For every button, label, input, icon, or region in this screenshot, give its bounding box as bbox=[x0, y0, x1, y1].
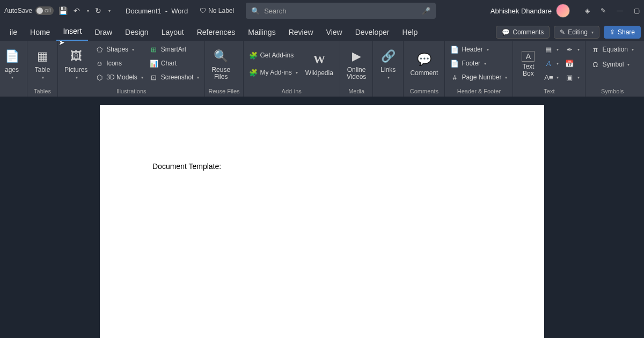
mic-icon[interactable]: 🎤 bbox=[422, 7, 430, 15]
symbol-button[interactable]: ΩSymbol▾ bbox=[589, 58, 635, 71]
chevron-down-icon: ▾ bbox=[76, 75, 78, 80]
comments-button[interactable]: 💬 Comments bbox=[496, 26, 550, 39]
pen-sparkle-icon[interactable]: ✎ bbox=[601, 7, 606, 14]
smartart-button[interactable]: ⊞SmartArt bbox=[148, 43, 202, 56]
shapes-button[interactable]: ⬠Shapes▾ bbox=[93, 43, 145, 56]
text-box-button[interactable]: A Text Box bbox=[516, 43, 540, 85]
avatar[interactable] bbox=[556, 4, 570, 18]
tab-home[interactable]: Home bbox=[24, 24, 56, 41]
wikipedia-label: Wikipedia bbox=[305, 70, 333, 77]
undo-icon[interactable]: ↶ bbox=[72, 6, 82, 16]
tab-layout[interactable]: Layout bbox=[155, 24, 191, 41]
symbols-group-label: Symbols bbox=[589, 87, 635, 95]
chart-label: Chart bbox=[161, 60, 177, 67]
link-icon: 🔗 bbox=[379, 48, 397, 65]
reuse-files-button[interactable]: 🔍 Reuse Files bbox=[208, 43, 233, 85]
screenshot-button[interactable]: ⊡Screenshot▾ bbox=[148, 71, 202, 84]
minimize-icon[interactable]: — bbox=[617, 7, 623, 14]
document-title[interactable]: Document1 - Word bbox=[126, 7, 188, 15]
share-icon: ⇪ bbox=[610, 28, 615, 36]
screenshot-icon: ⊡ bbox=[150, 73, 158, 82]
document-text[interactable]: Document Template: bbox=[152, 162, 221, 171]
page-icon: 📄 bbox=[3, 48, 20, 65]
ribbon: 📄 ages ▾ ▦ Table ▾ Tables 🖼 Pictures ▾ ⬠ bbox=[0, 41, 644, 97]
table-button[interactable]: ▦ Table ▾ bbox=[31, 43, 54, 85]
search-placeholder: Search bbox=[264, 7, 286, 15]
date-icon: 📅 bbox=[565, 59, 574, 68]
pictures-icon: 🖼 bbox=[68, 48, 85, 65]
pictures-button[interactable]: 🖼 Pictures ▾ bbox=[61, 43, 91, 85]
video-icon: ▶ bbox=[348, 48, 365, 65]
icons-button[interactable]: ☺Icons bbox=[93, 57, 145, 70]
maximize-icon[interactable]: ▢ bbox=[634, 7, 640, 14]
get-addins-button[interactable]: 🧩Get Add-ins bbox=[247, 49, 300, 62]
page-number-button[interactable]: #Page Number▾ bbox=[448, 71, 509, 84]
tab-review[interactable]: Review bbox=[282, 24, 320, 41]
online-videos-button[interactable]: ▶ Online Videos bbox=[343, 43, 369, 85]
wikipedia-icon: W bbox=[311, 51, 328, 68]
autosave-toggle[interactable]: Off bbox=[35, 6, 54, 15]
quick-parts-button[interactable]: ▤▾ bbox=[542, 43, 561, 56]
user-account[interactable]: Abhishek Dhandare bbox=[491, 4, 570, 18]
tab-insert[interactable]: Insert bbox=[56, 23, 88, 41]
smartart-label: SmartArt bbox=[161, 46, 186, 53]
textbox-label: Text Box bbox=[522, 63, 534, 77]
get-addins-label: Get Add-ins bbox=[260, 52, 294, 59]
search-input[interactable]: 🔍 Search 🎤 bbox=[246, 3, 436, 19]
redo-icon[interactable]: ↻ bbox=[93, 6, 103, 16]
header-button[interactable]: 📄Header▾ bbox=[448, 43, 509, 56]
3dmodels-button[interactable]: ⬡3D Models▾ bbox=[93, 71, 145, 84]
reuse-label: Reuse Files bbox=[211, 67, 230, 80]
comments-group-label: Comments bbox=[407, 87, 441, 95]
signature-button[interactable]: ✒▾ bbox=[563, 43, 582, 56]
no-label-text: No Label bbox=[208, 7, 234, 14]
page[interactable]: Document Template: bbox=[100, 105, 544, 338]
undo-caret[interactable]: ▾ bbox=[87, 9, 89, 13]
wikipedia-button[interactable]: W Wikipedia bbox=[302, 43, 336, 85]
autosave-control[interactable]: AutoSave Off bbox=[4, 6, 54, 15]
pages-button[interactable]: 📄 ages ▾ bbox=[0, 43, 24, 85]
save-icon[interactable]: 💾 bbox=[58, 6, 68, 16]
editing-button[interactable]: ✎ Editing ▾ bbox=[554, 26, 599, 39]
my-addins-label: My Add-ins bbox=[260, 69, 292, 76]
models-label: 3D Models bbox=[106, 74, 137, 81]
links-button[interactable]: 🔗 Links ▾ bbox=[376, 43, 400, 85]
sensitivity-label[interactable]: 🛡 No Label bbox=[200, 7, 234, 14]
tab-design[interactable]: Design bbox=[119, 24, 155, 41]
pagenum-label: Page Number bbox=[462, 74, 501, 81]
drop-cap-button[interactable]: A≡▾ bbox=[542, 71, 561, 84]
qat-more[interactable]: ▾ bbox=[108, 9, 111, 13]
tab-view[interactable]: View bbox=[320, 24, 349, 41]
share-button[interactable]: ⇪ Share bbox=[604, 26, 641, 39]
wordart-button[interactable]: A▾ bbox=[542, 57, 561, 70]
tab-file[interactable]: ile bbox=[3, 24, 24, 41]
diamond-icon[interactable]: ◈ bbox=[585, 7, 590, 14]
group-reuse: 🔍 Reuse Files Reuse Files bbox=[205, 41, 243, 97]
tab-help[interactable]: Help bbox=[396, 24, 424, 41]
comment-button[interactable]: 💬 Comment bbox=[407, 43, 441, 85]
text-group-label: Text bbox=[516, 87, 582, 95]
equation-button[interactable]: πEquation▾ bbox=[589, 43, 635, 56]
date-time-button[interactable]: 📅 bbox=[563, 57, 582, 70]
tab-developer[interactable]: Developer bbox=[349, 24, 396, 41]
tab-references[interactable]: References bbox=[191, 24, 242, 41]
footer-button[interactable]: 📄Footer▾ bbox=[448, 57, 509, 70]
title-sep: - bbox=[163, 7, 171, 15]
chart-button[interactable]: 📊Chart bbox=[148, 57, 202, 70]
cube-icon: ⬡ bbox=[95, 73, 104, 82]
tab-mailings[interactable]: Mailings bbox=[241, 24, 282, 41]
document-area[interactable]: Document Template: bbox=[0, 97, 644, 338]
object-button[interactable]: ▣▾ bbox=[563, 71, 582, 84]
my-addins-button[interactable]: 🧩My Add-ins▾ bbox=[247, 66, 300, 79]
object-icon: ▣ bbox=[565, 73, 574, 82]
tab-draw[interactable]: Draw bbox=[88, 24, 119, 41]
header-icon: 📄 bbox=[450, 45, 459, 54]
tabs-right: 💬 Comments ✎ Editing ▾ ⇪ Share bbox=[496, 26, 641, 41]
share-label: Share bbox=[618, 28, 635, 36]
chevron-down-icon: ▾ bbox=[387, 75, 390, 80]
doc-name-text: Document1 bbox=[126, 7, 161, 15]
reuse-group-label: Reuse Files bbox=[208, 87, 239, 95]
chart-icon: 📊 bbox=[150, 59, 158, 68]
symbol-label: Symbol bbox=[602, 61, 624, 68]
group-label bbox=[0, 87, 24, 95]
